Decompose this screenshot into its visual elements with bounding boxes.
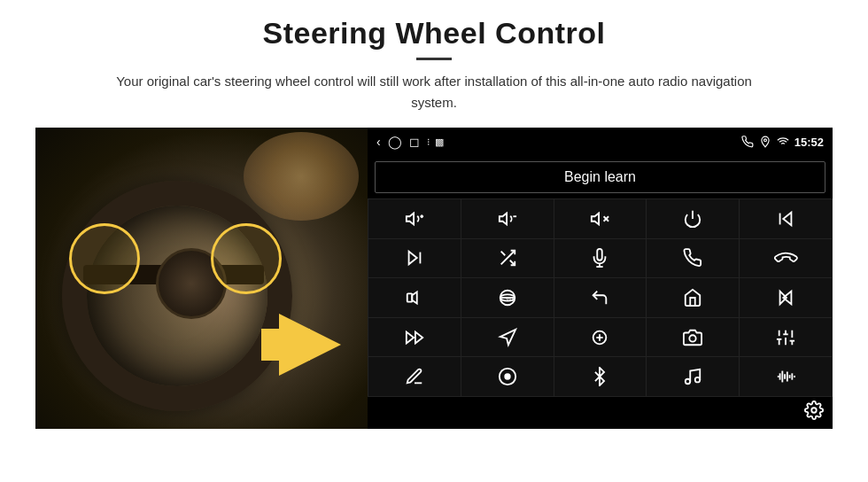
prev-track-button[interactable] xyxy=(740,199,832,238)
phone-status-icon xyxy=(741,136,754,148)
svg-line-17 xyxy=(500,252,505,256)
status-time: 15:52 xyxy=(794,136,824,149)
shuffle-button[interactable] xyxy=(461,239,554,278)
edit-button[interactable] xyxy=(368,357,461,396)
svg-marker-11 xyxy=(783,212,791,225)
power-button[interactable] xyxy=(647,199,739,238)
svg-marker-30 xyxy=(500,329,515,344)
svg-text:360: 360 xyxy=(505,297,513,302)
navigate-button[interactable] xyxy=(461,318,554,357)
page-title: Steering Wheel Control xyxy=(35,16,833,51)
wifi-status-icon xyxy=(777,136,789,148)
vol-up-button[interactable] xyxy=(368,199,461,238)
svg-marker-29 xyxy=(407,331,414,343)
page-subtitle: Your original car's steering wheel contr… xyxy=(97,71,771,113)
music-note-button[interactable] xyxy=(647,357,739,396)
mic-button[interactable] xyxy=(554,239,647,278)
steering-wheel-image xyxy=(35,128,368,429)
fast-forward-button[interactable] xyxy=(368,318,461,357)
vol-mute-button[interactable] xyxy=(554,199,647,238)
home-nav-icon[interactable]: ◯ xyxy=(388,135,402,149)
settings-sliders-button[interactable] xyxy=(740,318,832,357)
content-area: ‹ ◯ ◻ ⁝ ▩ 15:52 xyxy=(35,128,833,429)
svg-point-47 xyxy=(695,377,701,383)
waveform-button[interactable] xyxy=(740,357,832,396)
title-section: Steering Wheel Control Your original car… xyxy=(35,16,833,113)
svg-point-45 xyxy=(505,374,510,379)
equalizer-button[interactable] xyxy=(554,318,647,357)
back-nav-icon[interactable]: ‹ xyxy=(376,135,381,149)
settings-gear-button[interactable] xyxy=(804,400,824,425)
next-button[interactable] xyxy=(368,239,461,278)
hangup-button[interactable] xyxy=(740,239,832,278)
phone-call-button[interactable] xyxy=(647,239,739,278)
back-button[interactable] xyxy=(554,278,647,317)
svg-marker-2 xyxy=(407,213,414,224)
title-divider xyxy=(416,58,452,60)
speaker-button[interactable] xyxy=(368,278,461,317)
location-status-icon xyxy=(759,136,771,148)
svg-marker-7 xyxy=(592,213,599,224)
begin-learn-button[interactable]: Begin learn xyxy=(375,161,825,193)
svg-marker-13 xyxy=(408,252,416,265)
status-bar: ‹ ◯ ◻ ⁝ ▩ 15:52 xyxy=(368,128,833,156)
left-button-circle xyxy=(69,223,140,294)
home-button[interactable] xyxy=(647,278,739,317)
svg-point-34 xyxy=(690,335,696,341)
svg-point-56 xyxy=(811,408,817,413)
status-left: ‹ ◯ ◻ ⁝ ▩ xyxy=(376,135,445,149)
status-right: 15:52 xyxy=(741,136,824,149)
recents-nav-icon[interactable]: ◻ xyxy=(409,135,420,149)
svg-marker-5 xyxy=(500,213,507,224)
begin-learn-row: Begin learn xyxy=(368,156,833,198)
page-container: Steering Wheel Control Your original car… xyxy=(0,0,868,438)
360-button[interactable]: 360 xyxy=(461,278,554,317)
right-button-circle xyxy=(211,223,282,294)
camera-button[interactable] xyxy=(647,318,739,357)
vol-down-button[interactable] xyxy=(461,199,554,238)
arrow-indicator xyxy=(279,314,341,376)
svg-point-46 xyxy=(686,379,691,385)
grid-nav-icon[interactable]: ⁝ ▩ xyxy=(427,136,445,148)
android-screen: ‹ ◯ ◻ ⁝ ▩ 15:52 xyxy=(368,128,833,429)
svg-marker-21 xyxy=(412,292,417,304)
svg-marker-28 xyxy=(415,331,422,343)
bluetooth-button[interactable] xyxy=(554,357,647,396)
svg-point-0 xyxy=(763,139,766,142)
circle-dot-button[interactable] xyxy=(461,357,554,396)
settings-row xyxy=(368,397,833,429)
icons-grid: 360 xyxy=(368,198,833,397)
skip-back-button[interactable] xyxy=(740,278,832,317)
